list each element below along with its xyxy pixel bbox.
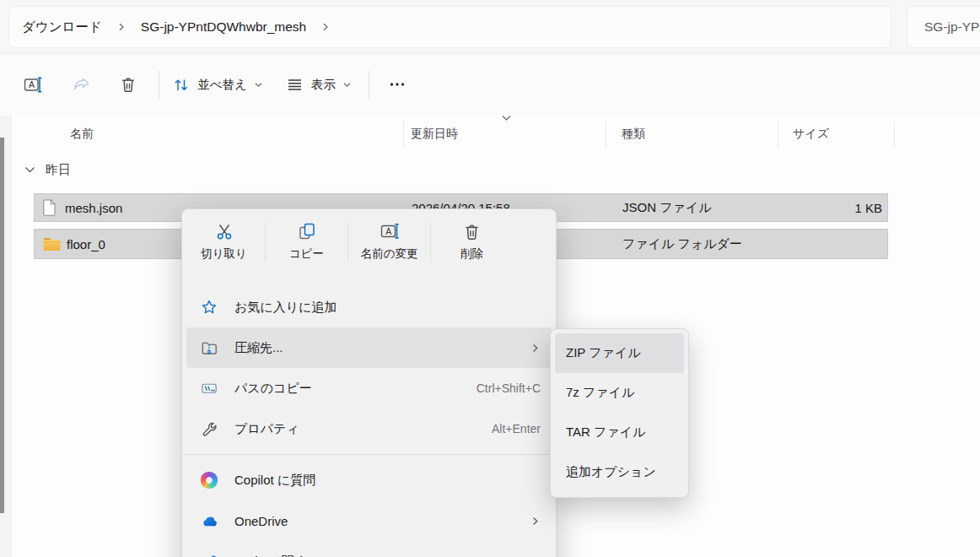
column-separator[interactable]: [894, 122, 895, 148]
context-menu: 切り取り コピー A: [181, 208, 557, 557]
submenu-arrow-icon: [530, 343, 541, 354]
chevron-right-icon[interactable]: [116, 22, 127, 32]
column-header-type[interactable]: 種類: [622, 127, 645, 142]
menu-item-shortcut: Alt+Enter: [492, 422, 541, 435]
menu-item-label: Copilot に質問: [234, 473, 541, 489]
file-type: ファイル フォルダー: [622, 230, 742, 258]
delete-button[interactable]: [111, 68, 145, 101]
left-scrollbar-thumb[interactable]: [0, 138, 4, 513]
rename-icon: A: [23, 75, 42, 95]
menu-item-label: 圧縮先...: [234, 340, 530, 356]
file-size: 1 KB: [854, 194, 882, 221]
column-separator[interactable]: [403, 122, 404, 148]
view-label: 表示: [311, 77, 336, 93]
submenu-item-tar[interactable]: TAR ファイル: [555, 413, 684, 452]
rename-icon: A: [380, 219, 400, 243]
file-explorer-window: ダウンロード SG-jp-YPntDQWhwbr_mesh SG-jp-YPr …: [0, 0, 980, 557]
copy-label: コピー: [289, 246, 324, 262]
search-input[interactable]: SG-jp-YPr: [907, 6, 980, 48]
submenu-item-7z[interactable]: 7z ファイル: [555, 373, 684, 413]
copilot-icon: [201, 471, 218, 489]
star-icon: [201, 298, 218, 316]
menu-item-add-to-favorites[interactable]: お気に入りに追加: [186, 287, 552, 327]
submenu-item-zip[interactable]: ZIP ファイル: [555, 333, 684, 373]
submenu-item-label: 7z ファイル: [566, 385, 634, 401]
menu-item-label: プロパティ: [234, 421, 492, 437]
menu-item-compress-to[interactable]: 圧縮先...: [186, 327, 552, 368]
view-button[interactable]: 表示: [282, 68, 356, 101]
view-icon: [286, 76, 304, 94]
sort-label: 並べ替え: [197, 77, 247, 93]
sort-icon: [172, 76, 190, 94]
menu-separator: [183, 454, 555, 455]
wrench-icon: [201, 419, 218, 438]
menu-item-properties[interactable]: プロパティ Alt+Enter: [186, 408, 552, 449]
chevron-down-icon: [254, 80, 263, 89]
submenu-item-additional-options[interactable]: 追加オプション: [555, 452, 684, 492]
compress-submenu: ZIP ファイル 7z ファイル TAR ファイル 追加オプション: [550, 328, 689, 498]
share-button[interactable]: [64, 68, 98, 101]
menu-item-label: OneDrive: [234, 514, 530, 528]
submenu-item-label: 追加オプション: [566, 464, 656, 480]
address-bar[interactable]: ダウンロード SG-jp-YPntDQWhwbr_mesh: [8, 6, 891, 48]
file-type: JSON ファイル: [622, 194, 712, 221]
menu-item-copy-as-path[interactable]: パスのコピー Ctrl+Shift+C: [186, 368, 552, 408]
submenu-item-label: ZIP ファイル: [566, 345, 641, 361]
menu-item-open-with-code[interactable]: Code で開く: [186, 541, 552, 557]
group-label: 昨日: [46, 162, 71, 178]
delete-label: 削除: [460, 246, 483, 262]
menu-item-label: Code で開く: [234, 554, 541, 557]
group-header-yesterday[interactable]: 昨日: [24, 162, 71, 178]
copy-button[interactable]: コピー: [266, 219, 347, 268]
rename-label: 名前の変更: [361, 246, 418, 262]
column-header-name[interactable]: 名前: [70, 127, 94, 142]
rename-button[interactable]: A: [15, 68, 49, 101]
trash-icon: [462, 219, 482, 243]
column-header-size[interactable]: サイズ: [793, 127, 829, 142]
toolbar-separator: [159, 71, 159, 99]
file-name: mesh.json: [65, 194, 122, 221]
more-options-button[interactable]: [380, 68, 415, 101]
search-text: SG-jp-YPr: [924, 19, 980, 35]
ellipsis-icon: [388, 75, 407, 94]
submenu-item-label: TAR ファイル: [566, 425, 645, 441]
column-header-date[interactable]: 更新日時: [411, 127, 458, 142]
chevron-down-icon[interactable]: [24, 165, 36, 175]
copy-path-icon: [201, 379, 218, 397]
svg-text:A: A: [385, 226, 391, 236]
toolbar-separator: [369, 71, 369, 99]
cut-button[interactable]: 切り取り: [183, 219, 265, 268]
breadcrumb-item-downloads[interactable]: ダウンロード: [22, 19, 102, 36]
context-menu-icon-row: 切り取り コピー A: [182, 209, 556, 280]
submenu-arrow-icon: [530, 516, 541, 527]
menu-item-label: お気に入りに追加: [234, 300, 541, 316]
copy-icon: [297, 219, 317, 243]
trash-icon: [119, 75, 137, 94]
share-icon: [72, 75, 91, 95]
menu-item-onedrive[interactable]: OneDrive: [186, 500, 552, 541]
breadcrumb-item-folder[interactable]: SG-jp-YPntDQWhwbr_mesh: [141, 19, 306, 35]
vscode-icon: [201, 552, 218, 557]
rename-button[interactable]: A 名前の変更: [348, 219, 430, 268]
sort-direction-icon: [501, 115, 512, 122]
onedrive-cloud-icon: [201, 511, 218, 530]
file-document-icon: [42, 199, 57, 217]
context-menu-items: お気に入りに追加 圧縮先...: [182, 280, 556, 557]
scissors-icon: [214, 219, 234, 243]
column-separator[interactable]: [778, 122, 778, 148]
cut-label: 切り取り: [201, 246, 247, 262]
command-toolbar: A: [0, 53, 980, 116]
menu-item-label: パスのコピー: [234, 381, 477, 397]
delete-button[interactable]: 削除: [431, 219, 513, 268]
folder-icon: [42, 236, 62, 252]
chevron-right-icon[interactable]: [320, 22, 331, 32]
breadcrumb-bar: ダウンロード SG-jp-YPntDQWhwbr_mesh SG-jp-YPr: [0, 0, 980, 53]
sort-button[interactable]: 並べ替え: [170, 68, 265, 101]
chevron-down-icon: [342, 80, 352, 89]
svg-text:A: A: [29, 79, 35, 89]
file-name: floor_0: [67, 230, 105, 258]
menu-item-shortcut: Ctrl+Shift+C: [477, 381, 541, 395]
column-separator[interactable]: [606, 122, 606, 148]
zip-folder-icon: [201, 338, 218, 357]
menu-item-ask-copilot[interactable]: Copilot に質問: [186, 460, 552, 500]
